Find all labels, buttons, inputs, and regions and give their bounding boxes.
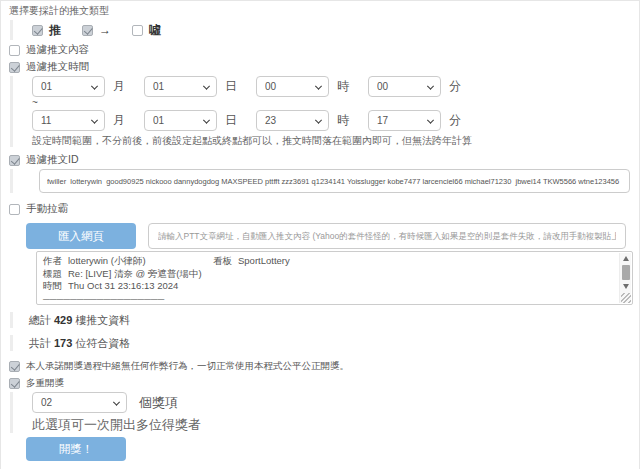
qualified-count: 173 — [54, 337, 72, 349]
push-type-group: 推 → 噓 — [10, 20, 631, 40]
resize-grip-icon[interactable] — [621, 293, 631, 303]
month-unit-label: 月 — [113, 112, 125, 129]
time-value: Thu Oct 31 23:16:13 2024 — [68, 280, 178, 291]
end-hour-select[interactable]: 23 — [256, 110, 329, 131]
article-divider: ────────────────── — [43, 293, 614, 306]
multi-draw-label: 多重開獎 — [26, 377, 64, 390]
board-label: 看板 — [213, 255, 232, 266]
end-minute-select[interactable]: 17 — [368, 110, 441, 131]
manual-slot-row[interactable]: 手動拉霸 — [9, 202, 631, 216]
end-day-select[interactable]: 01 — [144, 110, 217, 131]
article-url-input[interactable] — [148, 223, 626, 249]
article-line-author: 作者lotterywin (小律師) 看板SportLottery — [43, 255, 614, 268]
push-type-section-title: 選擇要採計的推文類型 — [9, 4, 631, 18]
arrow-checkbox-label: → — [99, 23, 111, 37]
end-day-select-wrap: 01 — [144, 110, 217, 131]
time-filter-block: 01 月 01 日 00 時 00 分 ~ 11 — [10, 76, 631, 147]
filter-id-row[interactable]: 過濾推文ID — [9, 153, 631, 167]
qualified-prefix: 共計 — [29, 337, 51, 349]
author-label: 作者 — [43, 255, 62, 266]
day-unit-label: 日 — [225, 112, 237, 129]
pledge-checkbox[interactable] — [9, 361, 20, 372]
scroll-up-icon[interactable] — [620, 253, 631, 264]
article-content: 作者lotterywin (小律師) 看板SportLottery 標題Re: … — [37, 252, 632, 305]
hour-unit-label: 時 — [337, 112, 349, 129]
import-url-button[interactable]: 匯入網頁 — [26, 223, 136, 249]
start-day-select-wrap: 01 — [144, 76, 217, 97]
minute-unit-label: 分 — [449, 112, 461, 129]
push-type-boo[interactable]: 噓 — [132, 22, 161, 39]
multi-draw-block: 02 個獎項 此選項可一次開出多位得獎者 — [10, 392, 631, 433]
time-range-tilde: ~ — [32, 98, 631, 108]
time-end-row: 11 月 01 日 23 時 17 分 — [32, 110, 631, 131]
article-line-title: 標題Re: [LIVE] 清奈 @ 旁遮普(場中) — [43, 268, 614, 281]
total-push-stat: 總計429樓推文資料 — [10, 312, 631, 328]
start-month-select-wrap: 01 — [32, 76, 105, 97]
arrow-checkbox[interactable] — [82, 25, 93, 36]
id-filter-block — [10, 169, 631, 193]
month-unit-label: 月 — [113, 78, 125, 95]
manual-slot-label: 手動拉霸 — [26, 202, 68, 216]
title-label: 標題 — [43, 268, 62, 279]
minute-unit-label: 分 — [449, 78, 461, 95]
total-prefix: 總計 — [29, 314, 51, 326]
prize-count-select[interactable]: 02 — [32, 392, 127, 413]
filter-id-label: 過濾推文ID — [26, 153, 79, 167]
start-hour-select-wrap: 00 — [256, 76, 329, 97]
filter-time-label: 過濾推文時間 — [26, 60, 89, 74]
start-hour-select[interactable]: 00 — [256, 76, 329, 97]
filter-time-checkbox[interactable] — [9, 62, 20, 73]
filter-content-label: 過濾推文內容 — [26, 43, 89, 57]
boo-checkbox[interactable] — [132, 25, 143, 36]
push-checkbox[interactable] — [32, 25, 43, 36]
board-group: 看板SportLottery — [213, 255, 290, 268]
boo-checkbox-label: 噓 — [149, 22, 161, 39]
prize-count-row: 02 個獎項 — [32, 392, 631, 413]
prize-unit-label: 個獎項 — [139, 394, 178, 412]
pledge-row[interactable]: 本人承諾開獎過程中絕無任何作弊行為，一切正常使用本程式公平公正開獎。 — [9, 359, 631, 373]
author-value: lotterywin (小律師) — [68, 255, 146, 266]
prize-count-select-wrap: 02 — [32, 392, 127, 413]
start-day-select[interactable]: 01 — [144, 76, 217, 97]
end-month-select-wrap: 11 — [32, 110, 105, 131]
time-label: 時間 — [43, 280, 62, 291]
multi-draw-checkbox[interactable] — [9, 378, 20, 389]
scroll-down-icon[interactable] — [620, 281, 631, 292]
start-minute-select-wrap: 00 — [368, 76, 441, 97]
filter-id-checkbox[interactable] — [9, 155, 20, 166]
filter-content-checkbox[interactable] — [9, 45, 20, 56]
end-month-select[interactable]: 11 — [32, 110, 105, 131]
multi-draw-row[interactable]: 多重開獎 — [9, 376, 631, 390]
time-start-row: 01 月 01 日 00 時 00 分 — [32, 76, 631, 97]
qualified-suffix: 位符合資格 — [75, 337, 130, 349]
hour-unit-label: 時 — [337, 78, 349, 95]
title-value: Re: [LIVE] 清奈 @ 旁遮普(場中) — [68, 268, 202, 279]
end-hour-select-wrap: 23 — [256, 110, 329, 131]
article-line-time: 時間Thu Oct 31 23:16:13 2024 — [43, 280, 614, 293]
id-filter-input[interactable] — [39, 169, 630, 193]
manual-slot-checkbox[interactable] — [9, 204, 20, 215]
push-checkbox-label: 推 — [49, 22, 61, 39]
filter-content-row[interactable]: 過濾推文內容 — [9, 43, 631, 57]
total-count: 429 — [54, 314, 72, 326]
push-type-arrow[interactable]: → — [82, 23, 111, 37]
board-value: SportLottery — [238, 255, 290, 266]
multi-draw-note: 此選項可一次開出多位得獎者 — [32, 417, 631, 433]
time-filter-note: 設定時間範圍，不分前後，前後設定起點或終點都可以，推文時間落在範圍內即可，但無法… — [32, 134, 631, 147]
article-textarea[interactable]: 作者lotterywin (小律師) 看板SportLottery 標題Re: … — [36, 251, 633, 305]
draw-button[interactable]: 開獎！ — [26, 437, 126, 461]
scrollbar-thumb[interactable] — [622, 265, 630, 280]
qualified-stat: 共計173位符合資格 — [10, 335, 631, 351]
push-type-push[interactable]: 推 — [32, 22, 61, 39]
start-minute-select[interactable]: 00 — [368, 76, 441, 97]
total-suffix: 樓推文資料 — [75, 314, 130, 326]
pledge-label: 本人承諾開獎過程中絕無任何作弊行為，一切正常使用本程式公平公正開獎。 — [26, 360, 349, 373]
start-month-select[interactable]: 01 — [32, 76, 105, 97]
filter-time-row[interactable]: 過濾推文時間 — [9, 60, 631, 74]
import-row: 匯入網頁 — [9, 223, 631, 249]
ptt-lottery-helper-page: 選擇要採計的推文類型 推 → 噓 過濾推文內容 過濾推文時間 01 月 — [0, 0, 640, 469]
end-minute-select-wrap: 17 — [368, 110, 441, 131]
day-unit-label: 日 — [225, 78, 237, 95]
